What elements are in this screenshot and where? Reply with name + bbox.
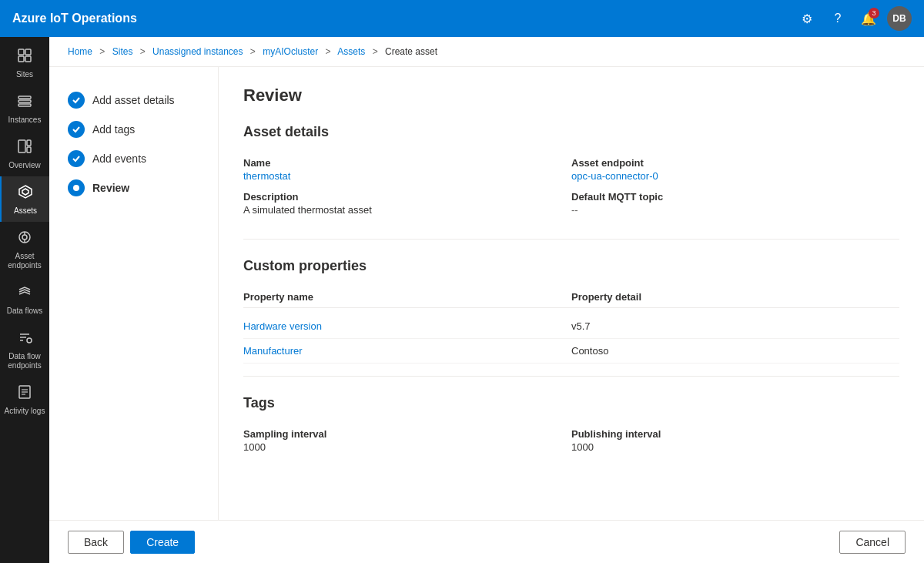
breadcrumb-current: Create asset (385, 46, 437, 57)
svg-point-13 (22, 235, 27, 240)
sampling-interval-cell: Sampling interval 1000 (243, 424, 571, 457)
sampling-interval-label: Sampling interval (243, 428, 571, 440)
asset-endpoint-cell: Asset endpoint opc-ua-connector-0 (571, 152, 899, 186)
custom-prop-row-1: Manufacturer Contoso (243, 339, 899, 364)
sidebar-item-instances[interactable]: Instances (0, 85, 49, 131)
sidebar-item-activity-logs-label: Activity logs (5, 407, 45, 416)
mqtt-label: Default MQTT topic (571, 191, 899, 203)
help-button[interactable]: ? (825, 6, 850, 31)
sampling-interval-value: 1000 (243, 441, 571, 453)
topbar: Azure IoT Operations ⚙ ? 🔔 3 DB (0, 0, 924, 37)
breadcrumb-unassigned-instances[interactable]: Unassigned instances (152, 46, 243, 57)
cancel-button[interactable]: Cancel (839, 531, 906, 554)
mqtt-value: -- (571, 204, 899, 216)
step-circle-3 (68, 150, 85, 167)
svg-rect-1 (25, 49, 31, 55)
review-panel: Review Asset details Name thermostat Ass… (219, 67, 924, 520)
divider-2 (243, 376, 899, 377)
notifications-button[interactable]: 🔔 3 (856, 6, 881, 31)
help-icon: ? (835, 12, 842, 25)
svg-rect-2 (18, 56, 24, 62)
custom-props-section-title: Custom properties (243, 258, 899, 274)
sidebar-item-data-flow-endpoints-label: Data flow endpoints (3, 352, 46, 370)
sidebar-item-data-flows-label: Data flows (7, 307, 43, 316)
tags-section: Tags Sampling interval 1000 Publishing i… (243, 395, 899, 457)
breadcrumb: Home > Sites > Unassigned instances > my… (49, 37, 924, 67)
sidebar-item-sites-label: Sites (16, 70, 33, 79)
activity-logs-icon (17, 384, 32, 404)
step-review[interactable]: Review (65, 173, 203, 203)
custom-props-header: Property name Property detail (243, 287, 899, 308)
assets-icon (18, 184, 33, 203)
svg-rect-8 (27, 140, 31, 146)
asset-endpoints-icon (17, 230, 32, 249)
step-circle-1 (68, 92, 85, 109)
step-add-asset-details[interactable]: Add asset details (65, 85, 203, 115)
svg-rect-7 (18, 140, 25, 152)
prop-value-1: Contoso (571, 345, 899, 357)
sidebar-item-data-flows[interactable]: Data flows (0, 276, 49, 322)
asset-details-section-title: Asset details (243, 124, 899, 140)
step-circle-2 (68, 121, 85, 138)
sidebar-item-sites[interactable]: Sites (0, 40, 49, 85)
svg-rect-5 (18, 100, 31, 102)
prop-value-0: v5.7 (571, 320, 899, 332)
asset-details-grid: Name thermostat Asset endpoint opc-ua-co… (243, 152, 899, 220)
step-label-2: Add tags (92, 123, 135, 136)
step-circle-4 (68, 179, 85, 196)
review-title: Review (243, 85, 899, 106)
sidebar-item-instances-label: Instances (8, 116, 42, 125)
sidebar-item-overview[interactable]: Overview (0, 131, 49, 176)
name-cell: Name thermostat (243, 152, 571, 186)
wizard-layout: Add asset details Add tags Add events (49, 67, 924, 520)
sidebar-item-asset-endpoints-label: Asset endpoints (3, 252, 46, 270)
step-label-4: Review (92, 182, 129, 194)
name-value: thermostat (243, 170, 571, 182)
sites-icon (17, 48, 32, 67)
sidebar-item-overview-label: Overview (8, 161, 41, 170)
create-button[interactable]: Create (130, 531, 195, 554)
sidebar-item-assets[interactable]: Assets (0, 176, 49, 222)
avatar[interactable]: DB (887, 6, 912, 31)
content-area: Home > Sites > Unassigned instances > my… (49, 37, 924, 563)
app-title: Azure IoT Operations (12, 12, 137, 25)
step-add-tags[interactable]: Add tags (65, 115, 203, 144)
settings-button[interactable]: ⚙ (795, 6, 819, 31)
data-flows-icon (17, 284, 32, 303)
mqtt-cell: Default MQTT topic -- (571, 186, 899, 220)
prop-name-0: Hardware version (243, 320, 571, 332)
svg-point-16 (27, 338, 32, 343)
topbar-icons: ⚙ ? 🔔 3 DB (795, 6, 912, 31)
svg-rect-4 (18, 96, 31, 99)
main-layout: Sites Instances Overview Assets Asset en… (0, 37, 924, 563)
breadcrumb-sites[interactable]: Sites (112, 46, 133, 57)
publishing-interval-label: Publishing interval (571, 428, 899, 440)
steps-panel: Add asset details Add tags Add events (49, 67, 219, 520)
svg-marker-10 (19, 186, 32, 198)
breadcrumb-assets[interactable]: Assets (337, 46, 365, 57)
asset-endpoint-value: opc-ua-connector-0 (571, 170, 899, 182)
sidebar-item-data-flow-endpoints[interactable]: Data flow endpoints (0, 322, 49, 377)
step-add-events[interactable]: Add events (65, 144, 203, 173)
sidebar-item-activity-logs[interactable]: Activity logs (0, 377, 49, 422)
back-button[interactable]: Back (68, 531, 124, 554)
svg-rect-6 (18, 104, 31, 106)
asset-endpoint-label: Asset endpoint (571, 157, 899, 169)
breadcrumb-cluster[interactable]: myAIOcluster (263, 46, 318, 57)
description-value: A simulated thermostat asset (243, 204, 571, 216)
prop-name-header: Property name (243, 291, 571, 303)
svg-rect-9 (27, 147, 31, 152)
step-label-1: Add asset details (92, 94, 175, 106)
publishing-interval-value: 1000 (571, 441, 899, 453)
sidebar-item-asset-endpoints[interactable]: Asset endpoints (0, 222, 49, 276)
breadcrumb-home[interactable]: Home (68, 46, 92, 57)
name-label: Name (243, 157, 571, 169)
publishing-interval-cell: Publishing interval 1000 (571, 424, 899, 457)
description-label: Description (243, 191, 571, 203)
notification-count: 3 (869, 8, 879, 18)
step-label-3: Add events (92, 152, 146, 165)
overview-icon (17, 139, 32, 158)
bottom-bar: Back Create Cancel (49, 520, 924, 563)
settings-icon: ⚙ (802, 12, 812, 26)
svg-rect-0 (18, 49, 24, 55)
